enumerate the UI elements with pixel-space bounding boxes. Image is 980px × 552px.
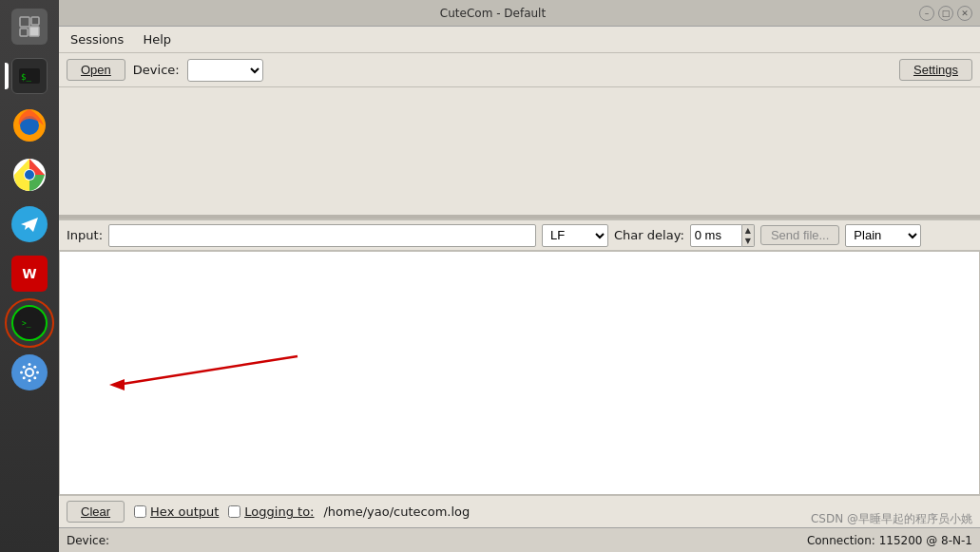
logging-label[interactable]: Logging to: — [228, 504, 314, 519]
status-connection: Connection: 115200 @ 8-N-1 — [807, 534, 972, 547]
char-delay-input[interactable] — [690, 224, 742, 247]
svg-rect-1 — [31, 17, 39, 25]
taskbar-item-telegram[interactable] — [7, 201, 52, 247]
hex-output-label[interactable]: Hex output — [134, 504, 219, 519]
minimize-button[interactable]: – — [919, 6, 934, 21]
hex-output-text: Hex output — [150, 504, 219, 519]
spinner-up[interactable]: ▲ — [742, 225, 754, 236]
svg-point-19 — [23, 366, 26, 369]
taskbar-item-terminal[interactable]: $_ — [7, 53, 52, 99]
resize-handle[interactable] — [59, 215, 980, 219]
lf-select[interactable]: LF CR CR+LF None — [542, 224, 608, 247]
svg-point-11 — [25, 170, 34, 180]
main-window: CuteCom - Default – □ ✕ Sessions Help Op… — [59, 0, 980, 552]
device-label: Device: — [133, 63, 180, 77]
menu-help[interactable]: Help — [135, 30, 179, 48]
taskbar-item-settings[interactable] — [7, 350, 52, 395]
close-button[interactable]: ✕ — [957, 6, 972, 21]
menu-sessions[interactable]: Sessions — [63, 30, 131, 48]
svg-point-20 — [33, 376, 36, 379]
taskbar-item-cutecom[interactable]: >_ — [7, 300, 52, 346]
hex-output-checkbox[interactable] — [134, 505, 146, 518]
title-bar-controls: – □ ✕ — [919, 6, 972, 21]
device-select[interactable] — [187, 59, 263, 82]
svg-text:$_: $_ — [21, 72, 31, 82]
chrome-icon — [11, 157, 48, 193]
maximize-button[interactable]: □ — [938, 6, 953, 21]
input-label: Input: — [67, 228, 103, 242]
char-delay-spinner[interactable]: ▲ ▼ — [742, 224, 755, 247]
svg-point-15 — [29, 363, 31, 366]
title-bar: CuteCom - Default – □ ✕ — [59, 0, 980, 27]
wps-icon: W — [11, 256, 48, 292]
open-button[interactable]: Open — [67, 59, 125, 81]
svg-rect-3 — [29, 27, 39, 36]
output-area-top — [59, 87, 980, 220]
spinner-down[interactable]: ▼ — [742, 236, 754, 246]
watermark: CSDN @早睡早起的程序员小姚 — [811, 511, 972, 527]
taskbar-item-wm[interactable] — [7, 4, 52, 49]
telegram-icon — [11, 206, 48, 242]
svg-point-16 — [29, 379, 31, 382]
log-path: /home/yao/cutecom.log — [323, 504, 470, 519]
firefox-icon — [11, 107, 48, 143]
terminal-output[interactable] — [59, 251, 980, 495]
taskbar-item-firefox[interactable] — [7, 103, 52, 148]
svg-point-22 — [23, 376, 26, 379]
terminal-icon: $_ — [11, 58, 48, 94]
clear-button[interactable]: Clear — [67, 501, 125, 523]
taskbar-item-wps[interactable]: W — [7, 251, 52, 296]
taskbar-item-chrome[interactable] — [7, 152, 52, 198]
taskbar: $_ W — [0, 0, 59, 552]
plain-select[interactable]: Plain Hex — [845, 224, 921, 247]
settings-button[interactable]: Settings — [899, 59, 972, 81]
logging-checkbox[interactable] — [228, 505, 240, 518]
svg-text:>_: >_ — [22, 319, 31, 328]
cutecom-icon: >_ — [11, 305, 48, 341]
svg-rect-2 — [20, 29, 28, 36]
logging-text: Logging to: — [244, 504, 314, 519]
svg-point-21 — [33, 366, 36, 369]
menu-bar: Sessions Help — [59, 27, 980, 53]
input-field[interactable] — [108, 224, 536, 247]
annotation-arrow — [60, 347, 307, 404]
status-device: Device: — [67, 534, 109, 547]
svg-point-17 — [20, 371, 23, 374]
toolbar: Open Device: Settings — [59, 53, 980, 87]
svg-rect-0 — [20, 17, 29, 27]
input-row: Input: LF CR CR+LF None Char delay: ▲ ▼ … — [59, 220, 980, 251]
settings-icon — [11, 354, 48, 390]
char-delay-label: Char delay: — [614, 228, 684, 242]
send-file-button[interactable]: Send file... — [760, 225, 839, 245]
svg-point-18 — [36, 371, 39, 374]
svg-marker-24 — [109, 379, 125, 390]
svg-point-14 — [26, 369, 33, 376]
wm-icon — [11, 9, 48, 45]
title-bar-title: CuteCom - Default — [67, 7, 919, 20]
svg-line-23 — [117, 356, 298, 385]
status-bar: Device: Connection: 115200 @ 8-N-1 CSDN … — [59, 527, 980, 552]
